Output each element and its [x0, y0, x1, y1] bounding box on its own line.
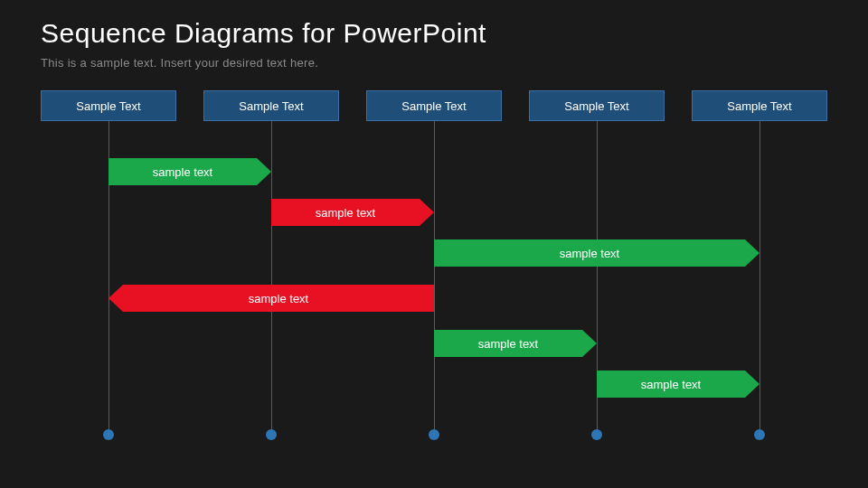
lane-header: Sample Text — [529, 90, 665, 121]
message-label: sample text — [597, 371, 745, 398]
lifeline-end-dot-icon — [103, 429, 114, 440]
page-subtitle: This is a sample text. Insert your desir… — [41, 56, 318, 70]
lane-header: Sample Text — [692, 90, 827, 121]
sequence-diagram: Sample TextSample TextSample TextSample … — [41, 90, 827, 452]
lifeline — [434, 121, 435, 434]
slide: Sequence Diagrams for PowerPoint This is… — [0, 0, 868, 488]
arrowhead-icon — [745, 239, 760, 267]
message-arrow: sample text — [434, 330, 597, 357]
lifeline-end-dot-icon — [754, 429, 765, 440]
lifeline-end-dot-icon — [591, 429, 602, 440]
message-arrow: sample text — [271, 199, 434, 226]
message-arrow: sample text — [108, 285, 434, 312]
arrowhead-icon — [420, 199, 434, 226]
message-arrow: sample text — [597, 371, 760, 398]
message-label: sample text — [123, 285, 434, 312]
page-title: Sequence Diagrams for PowerPoint — [41, 18, 486, 49]
lifeline-end-dot-icon — [266, 429, 277, 440]
arrowhead-icon — [582, 330, 597, 357]
arrowhead-icon — [745, 371, 760, 398]
message-label: sample text — [108, 158, 257, 185]
message-arrow: sample text — [108, 158, 271, 185]
lane-header: Sample Text — [41, 90, 176, 121]
lane-header: Sample Text — [203, 90, 339, 121]
message-label: sample text — [434, 330, 582, 357]
lane-header: Sample Text — [366, 90, 502, 121]
message-arrow: sample text — [434, 239, 760, 267]
message-label: sample text — [434, 239, 745, 267]
message-label: sample text — [271, 199, 420, 226]
lifeline-end-dot-icon — [429, 429, 439, 440]
lifeline — [760, 121, 760, 434]
arrowhead-icon — [108, 285, 123, 312]
lifeline — [271, 121, 272, 434]
arrowhead-icon — [257, 158, 271, 185]
